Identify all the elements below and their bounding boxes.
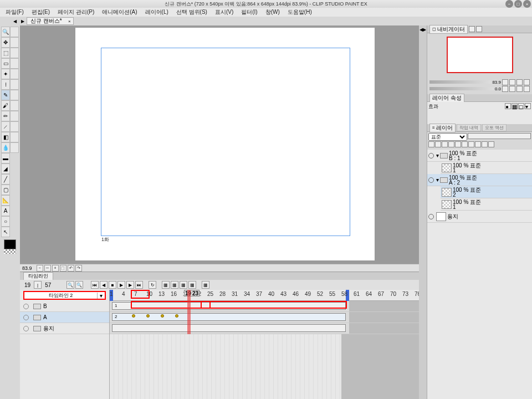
tool-icon[interactable] bbox=[10, 121, 19, 132]
track-b[interactable]: B bbox=[20, 301, 109, 312]
layer-thumbnail[interactable] bbox=[442, 200, 452, 209]
tool-icon[interactable] bbox=[10, 90, 19, 100]
playhead-marker[interactable]: 19 23 bbox=[184, 290, 200, 296]
tab-next-icon[interactable]: ▶ bbox=[19, 17, 27, 25]
new-layer-button[interactable] bbox=[428, 141, 434, 147]
navigator-preview[interactable] bbox=[427, 33, 532, 78]
fill-tool-icon[interactable]: ▬ bbox=[1, 153, 10, 163]
track-a[interactable]: A bbox=[20, 312, 109, 323]
visibility-icon[interactable] bbox=[23, 304, 29, 309]
close-tab-icon[interactable]: × bbox=[68, 19, 71, 24]
layer-thumbnail[interactable] bbox=[442, 163, 452, 172]
prev-frame-button[interactable]: ◀ bbox=[100, 281, 108, 289]
clip-paper[interactable] bbox=[112, 324, 346, 332]
menu-help[interactable]: 도움말(H) bbox=[284, 8, 315, 16]
collapse-right-icon[interactable]: ◀▶ bbox=[419, 25, 427, 33]
operation-tool-icon[interactable]: ⬚ bbox=[1, 48, 10, 58]
visibility-icon[interactable] bbox=[428, 153, 434, 158]
eraser-tool-icon[interactable]: ◧ bbox=[1, 132, 10, 142]
layer-thumbnail[interactable] bbox=[436, 212, 446, 221]
effect-dropdown-icon[interactable]: ▾ bbox=[525, 103, 531, 109]
visibility-icon[interactable] bbox=[23, 326, 29, 331]
gradient-tool-icon[interactable]: ◢ bbox=[1, 163, 10, 174]
rotate-slider[interactable] bbox=[429, 87, 494, 90]
transfer-button[interactable] bbox=[475, 141, 481, 147]
pen-tool-icon[interactable]: ✎ bbox=[1, 90, 10, 100]
next-frame-button[interactable]: ▶ bbox=[126, 281, 134, 289]
merge-button[interactable] bbox=[482, 141, 488, 147]
layer-folder-a[interactable]: ▾ 100 % 표준A : 2 bbox=[427, 174, 532, 186]
move-tool-icon[interactable]: ✥ bbox=[1, 37, 10, 48]
timeline-tab[interactable]: 타임라인 bbox=[23, 272, 53, 280]
eyedropper-tool-icon[interactable]: ⁞ bbox=[1, 79, 10, 90]
navigator-viewport-frame[interactable] bbox=[447, 37, 513, 73]
go-start-button[interactable]: ⏮ bbox=[91, 281, 99, 289]
layer-a-1[interactable]: 100 % 표준1 bbox=[441, 198, 532, 211]
keyframe-icon[interactable] bbox=[175, 314, 178, 318]
correct-tool-icon[interactable]: ↖ bbox=[1, 227, 10, 237]
document-tab[interactable]: 신규 캔버스* × bbox=[27, 17, 74, 25]
panel-option-icon[interactable] bbox=[476, 26, 482, 32]
menu-page[interactable]: 페이지 관리(P) bbox=[54, 8, 98, 16]
stop-button[interactable]: ■ bbox=[109, 281, 116, 289]
visibility-icon[interactable] bbox=[428, 177, 434, 183]
layer-b-1[interactable]: 100 % 표준1 bbox=[441, 162, 532, 174]
layers-tab[interactable]: ≡ 레이어 bbox=[429, 124, 456, 132]
minimize-button[interactable]: − bbox=[505, 0, 513, 8]
border-effect-button[interactable]: ● bbox=[505, 103, 511, 109]
menu-file[interactable]: 파일(F) bbox=[2, 8, 27, 16]
track-row-paper[interactable] bbox=[110, 323, 419, 334]
tool-icon[interactable] bbox=[10, 27, 19, 37]
tool-icon[interactable] bbox=[10, 48, 19, 58]
opacity-slider[interactable] bbox=[468, 133, 531, 139]
tl-zoom-in-button[interactable]: 🔍 bbox=[75, 281, 83, 289]
nav-rotate-right-button[interactable] bbox=[509, 86, 515, 92]
go-end-button[interactable]: ⏭ bbox=[135, 281, 143, 289]
tool-icon[interactable] bbox=[10, 58, 19, 69]
marquee-tool-icon[interactable]: ▭ bbox=[1, 58, 10, 69]
fit-button[interactable]: ⬚ bbox=[60, 265, 66, 272]
menu-select[interactable]: 선택 범위(S) bbox=[173, 8, 211, 16]
timeline-ruler[interactable]: 1471013161922252831343740434649525558616… bbox=[110, 290, 419, 301]
ruler-layer-button[interactable] bbox=[468, 141, 474, 147]
nav-fit-button[interactable] bbox=[516, 79, 523, 85]
background-color-swatch[interactable] bbox=[4, 249, 16, 254]
menu-view[interactable]: 표시(V) bbox=[212, 8, 237, 16]
layer-property-tab[interactable]: 레이어 속성 bbox=[429, 94, 464, 103]
delete-layer-button[interactable] bbox=[488, 141, 494, 147]
track-paper[interactable]: 용지 bbox=[20, 323, 109, 334]
blend-tool-icon[interactable]: 💧 bbox=[1, 142, 10, 153]
blend-mode-select[interactable]: 표준 bbox=[428, 133, 467, 141]
text-tool-icon[interactable]: A bbox=[1, 206, 10, 216]
reference-button[interactable] bbox=[455, 141, 461, 147]
dropdown-arrow-icon[interactable]: ▾ bbox=[97, 293, 105, 299]
tool-icon[interactable] bbox=[10, 37, 19, 48]
tl-menu-button[interactable]: ▦ bbox=[202, 281, 209, 289]
brush-tool-icon[interactable]: 🖌 bbox=[1, 100, 10, 111]
clip-button[interactable] bbox=[448, 141, 454, 147]
balloon-tool-icon[interactable]: ○ bbox=[1, 216, 10, 227]
canvas[interactable]: 1화 bbox=[75, 28, 375, 260]
timeline-tracks-area[interactable]: 1471013161922252831343740434649525558616… bbox=[110, 290, 419, 399]
nav-zoom-in-button[interactable] bbox=[509, 79, 515, 85]
pencil-tool-icon[interactable]: ✏ bbox=[1, 111, 10, 121]
maximize-button[interactable]: □ bbox=[514, 0, 522, 8]
foreground-color-swatch[interactable] bbox=[4, 239, 16, 249]
layer-folder-b[interactable]: ▾ 100 % 표준B : 1 bbox=[427, 150, 532, 162]
layer-thumbnail[interactable] bbox=[442, 188, 452, 197]
layer-paper[interactable]: 용지 bbox=[427, 211, 532, 223]
new-cel-button[interactable]: ▦ bbox=[162, 281, 170, 289]
line-tool-icon[interactable]: ╱ bbox=[1, 174, 10, 185]
nav-zoom-out-button[interactable] bbox=[502, 79, 508, 85]
menu-window[interactable]: 창(W) bbox=[262, 8, 283, 16]
keyframe-icon[interactable] bbox=[161, 314, 164, 318]
tl-zoom-out-button[interactable]: 🔍 bbox=[66, 281, 74, 289]
menu-layer[interactable]: 레이어(L) bbox=[142, 8, 172, 16]
onion-skin-button[interactable]: ▦ bbox=[171, 281, 178, 289]
ruler-tool-icon[interactable]: 📐 bbox=[1, 195, 10, 206]
menu-filter[interactable]: 필터(I) bbox=[238, 8, 260, 16]
layer-a-2[interactable]: 100 % 표준2 bbox=[441, 186, 532, 198]
lock-button[interactable] bbox=[442, 141, 448, 147]
rotate-right-button[interactable]: ↷ bbox=[75, 265, 82, 272]
track-row-a[interactable]: 2 bbox=[110, 312, 419, 323]
